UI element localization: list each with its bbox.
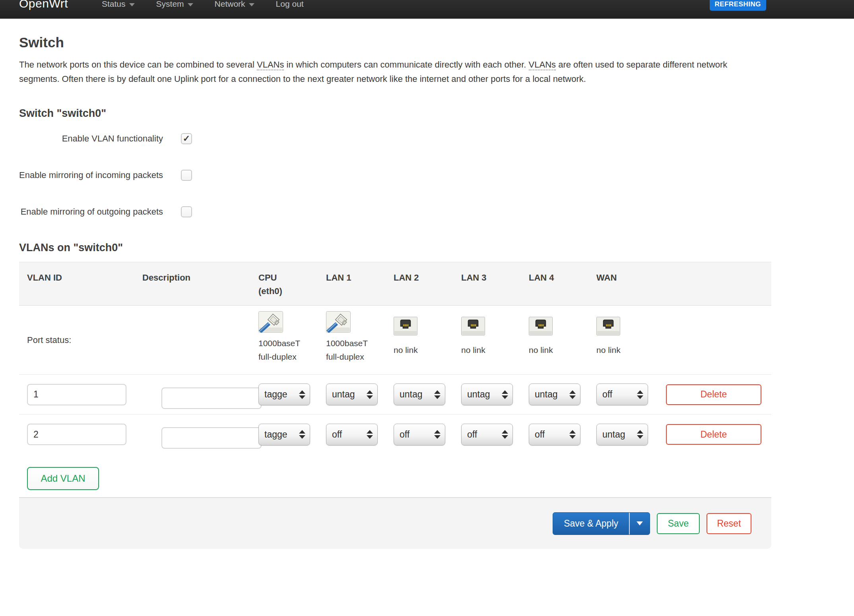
port-status-lan4: no link	[529, 306, 596, 374]
ethernet-nolink-icon	[461, 317, 485, 335]
nav-item-system[interactable]: System	[146, 0, 204, 9]
select-value: untag	[602, 429, 625, 440]
navbar-inner: OpenWrt Status System Network Log out RE…	[0, 0, 854, 10]
page-title: Switch	[19, 35, 854, 50]
select-value: off	[400, 429, 410, 440]
port-speed: 1000baseT	[326, 337, 394, 350]
nav-menu: Status System Network Log out	[91, 0, 314, 9]
checkmark-icon: ✓	[182, 134, 191, 143]
vlan1-lan4-select[interactable]: untag	[529, 384, 580, 405]
openwrt-logo[interactable]: OpenWrt	[19, 0, 68, 10]
select-value: tagge	[264, 389, 287, 400]
th-lan2: LAN 2	[394, 271, 461, 298]
th-cpu: CPU (eth0)	[258, 271, 326, 298]
th-cpu-line2: (eth0)	[258, 285, 326, 298]
ethernet-link-icon	[258, 311, 283, 333]
vlan1-lan1-select[interactable]: untag	[326, 384, 378, 405]
chevron-down-icon	[637, 521, 643, 525]
vlan2-lan2-select[interactable]: off	[394, 424, 445, 446]
select-value: tagge	[264, 429, 287, 440]
nav-item-network[interactable]: Network	[204, 0, 265, 9]
chevron-down-icon	[188, 3, 193, 6]
switch-section-heading: Switch "switch0"	[19, 107, 854, 120]
select-arrows-icon	[637, 390, 643, 399]
vlan1-wan-select[interactable]: off	[596, 384, 648, 405]
select-value: untag	[400, 389, 423, 400]
port-status-label: Port status:	[27, 306, 258, 374]
vlan1-description-input[interactable]	[161, 387, 262, 409]
select-value: off	[535, 429, 545, 440]
port-nolink-text: no link	[461, 343, 529, 357]
select-arrows-icon	[434, 430, 441, 439]
ethernet-nolink-icon	[394, 317, 417, 335]
vlan-abbr: VLANs	[257, 60, 284, 70]
save-apply-button[interactable]: Save & Apply	[553, 513, 629, 535]
th-description: Description	[142, 271, 258, 298]
chevron-down-icon	[129, 3, 135, 6]
save-apply-dropdown-toggle[interactable]	[630, 513, 650, 535]
select-arrows-icon	[569, 390, 576, 399]
vlan2-lan1-select[interactable]: off	[326, 424, 378, 446]
select-value: off	[332, 429, 342, 440]
vlan-abbr: VLANs	[529, 60, 556, 70]
vlan2-wan-select[interactable]: untag	[596, 424, 648, 446]
th-wan: WAN	[596, 271, 664, 298]
port-duplex: full-duplex	[326, 350, 394, 364]
main-content: Switch The network ports on this device …	[0, 35, 854, 549]
port-speed: 1000baseT	[258, 337, 326, 350]
port-status-lan1: 1000baseT full-duplex	[326, 306, 394, 374]
add-vlan-button[interactable]: Add VLAN	[27, 467, 99, 490]
nav-item-status[interactable]: Status	[91, 0, 146, 9]
port-status-actions-spacer	[664, 306, 771, 374]
save-button[interactable]: Save	[657, 513, 700, 534]
vlan2-delete-button[interactable]: Delete	[666, 424, 761, 445]
nav-item-logout[interactable]: Log out	[265, 0, 314, 9]
port-duplex: full-duplex	[258, 350, 326, 364]
reset-button[interactable]: Reset	[706, 513, 751, 534]
option-row-mirror-incoming: Enable mirroring of incoming packets ✓	[19, 168, 854, 182]
vlan2-lan4-select[interactable]: off	[529, 424, 580, 446]
th-cpu-line1: CPU	[258, 271, 326, 285]
vlan2-lan3-select[interactable]: off	[461, 424, 513, 446]
th-actions	[664, 271, 771, 298]
select-arrows-icon	[299, 390, 305, 399]
nav-status-label: Status	[102, 0, 126, 9]
option-row-enable-vlan: Enable VLAN functionality ✓	[19, 132, 854, 146]
port-nolink-text: no link	[596, 343, 664, 357]
port-status-wan: no link	[596, 306, 664, 374]
vlan1-lan2-select[interactable]: untag	[394, 384, 445, 405]
ethernet-nolink-icon	[596, 317, 620, 335]
enable-vlan-checkbox[interactable]: ✓	[181, 133, 192, 144]
mirror-incoming-checkbox[interactable]: ✓	[181, 170, 192, 181]
nav-network-label: Network	[215, 0, 245, 9]
th-lan3: LAN 3	[461, 271, 529, 298]
select-arrows-icon	[502, 430, 508, 439]
save-apply-split-button: Save & Apply	[553, 512, 650, 535]
vlan2-id-input[interactable]	[27, 424, 126, 445]
page-actions-bar: Save & Apply Save Reset	[19, 497, 771, 549]
select-value: untag	[535, 389, 558, 400]
vlan1-id-input[interactable]	[27, 384, 126, 405]
th-lan4: LAN 4	[529, 271, 596, 298]
mirror-incoming-label: Enable mirroring of incoming packets	[19, 168, 163, 182]
description-text: The network ports on this device can be …	[19, 60, 257, 70]
option-row-mirror-outgoing: Enable mirroring of outgoing packets ✓	[19, 205, 854, 219]
vlan2-description-input[interactable]	[161, 427, 262, 449]
select-value: off	[602, 389, 612, 400]
select-value: untag	[332, 389, 355, 400]
select-arrows-icon	[367, 390, 373, 399]
nav-system-label: System	[156, 0, 184, 9]
description-text: in which computers can communicate direc…	[284, 60, 528, 70]
vlan-row-1: tagge untag untag untag	[19, 375, 771, 415]
vlan2-cpu-select[interactable]: tagge	[258, 424, 310, 446]
enable-vlan-label: Enable VLAN functionality	[19, 132, 163, 146]
vlan-row-2: tagge off off off	[19, 415, 771, 454]
vlan1-cpu-select[interactable]: tagge	[258, 384, 310, 405]
port-status-row: Port status: 1000baseT full-duplex	[19, 306, 771, 375]
page-description: The network ports on this device can be …	[19, 58, 767, 86]
mirror-outgoing-checkbox[interactable]: ✓	[181, 206, 192, 217]
refreshing-badge: REFRESHING	[710, 0, 766, 11]
vlan1-lan3-select[interactable]: untag	[461, 384, 513, 405]
ethernet-link-icon	[326, 311, 351, 333]
vlan1-delete-button[interactable]: Delete	[666, 384, 761, 405]
